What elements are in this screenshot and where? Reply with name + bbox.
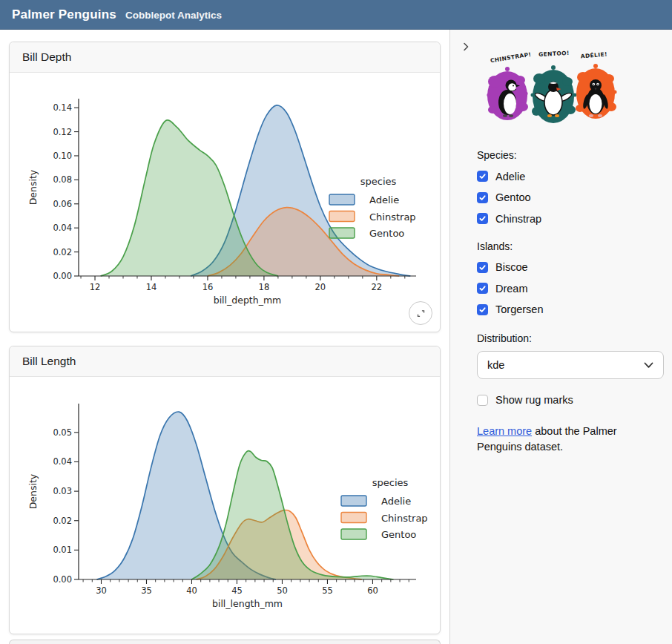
svg-text:16: 16: [202, 282, 214, 292]
islands-option-torgersen[interactable]: Torgersen: [477, 303, 664, 315]
islands-label-torgersen: Torgersen: [495, 303, 543, 315]
svg-text:0.00: 0.00: [53, 271, 72, 281]
svg-text:55: 55: [322, 585, 333, 596]
svg-text:Gentoo: Gentoo: [369, 228, 404, 239]
check-icon: [478, 172, 487, 180]
header-bar: Palmer Penguins Cobblepot Analytics: [0, 0, 672, 30]
app-title: Palmer Penguins: [12, 0, 116, 29]
distribution-label: Distribution:: [477, 332, 664, 344]
sidebar-collapse-button[interactable]: [458, 39, 473, 56]
svg-text:0.05: 0.05: [53, 427, 72, 438]
species-checkbox-chinstrap[interactable]: [477, 213, 488, 224]
islands-label-biscoe: Biscoe: [495, 261, 528, 273]
svg-text:species: species: [360, 176, 397, 187]
svg-text:Adelie: Adelie: [381, 496, 411, 507]
rug-checkbox-label: Show rug marks: [495, 394, 573, 406]
card-bill-depth-header: Bill Depth: [10, 42, 440, 73]
svg-text:Chinstrap: Chinstrap: [381, 513, 428, 524]
svg-text:22: 22: [372, 282, 383, 292]
svg-text:0.10: 0.10: [53, 151, 72, 161]
species-checkbox-adelie[interactable]: [477, 171, 488, 182]
card-bill-length: Bill Length 303540455055600.000.010.020.…: [9, 346, 441, 634]
penguins-artwork-image: CHINSTRAP! GENTOO! ADÉLIE!: [483, 49, 619, 126]
svg-text:0.12: 0.12: [53, 127, 72, 137]
svg-text:0.02: 0.02: [53, 516, 72, 526]
learn-more-link[interactable]: Learn more: [477, 425, 532, 437]
islands-checkbox-dream[interactable]: [477, 283, 488, 294]
species-option-chinstrap[interactable]: Chinstrap: [477, 213, 664, 225]
chevron-right-icon: [460, 41, 472, 53]
svg-text:35: 35: [141, 585, 152, 596]
partial-card-edge: [9, 640, 441, 644]
islands-checkbox-torgersen[interactable]: [477, 304, 488, 315]
islands-option-dream[interactable]: Dream: [477, 283, 664, 295]
islands-option-biscoe[interactable]: Biscoe: [477, 261, 664, 273]
expand-icon: [415, 308, 426, 319]
card-bill-depth-body: 1214161820220.000.020.040.060.080.100.12…: [10, 73, 440, 333]
svg-text:40: 40: [186, 585, 197, 596]
svg-text:Gentoo: Gentoo: [381, 529, 416, 540]
check-icon: [478, 284, 487, 292]
svg-text:bill_depth_mm: bill_depth_mm: [214, 295, 282, 306]
card-bill-length-title: Bill Length: [22, 355, 76, 368]
species-label-adelie: Adelie: [495, 171, 525, 183]
svg-text:0.00: 0.00: [53, 574, 72, 585]
bill-depth-kde-chart: 1214161820220.000.020.040.060.080.100.12…: [10, 73, 440, 333]
svg-text:30: 30: [96, 585, 107, 596]
svg-text:0.04: 0.04: [53, 223, 72, 233]
svg-text:0.01: 0.01: [53, 545, 72, 555]
svg-text:18: 18: [259, 282, 270, 292]
svg-text:0.06: 0.06: [53, 199, 72, 209]
rug-checkbox[interactable]: [477, 395, 488, 406]
species-option-gentoo[interactable]: Gentoo: [477, 191, 664, 203]
islands-checkbox-biscoe[interactable]: [477, 262, 488, 273]
card-bill-length-header: Bill Length: [10, 346, 440, 377]
svg-text:bill_length_mm: bill_length_mm: [212, 598, 283, 609]
svg-text:50: 50: [277, 585, 288, 596]
species-option-adelie[interactable]: Adelie: [477, 171, 664, 183]
artwork-label-gentoo: GENTOO!: [538, 50, 570, 58]
svg-text:0.14: 0.14: [53, 102, 72, 113]
check-icon: [478, 214, 487, 223]
islands-checkbox-group: BiscoeDreamTorgersen: [477, 261, 664, 315]
species-group-label: Species:: [477, 149, 664, 161]
artwork-label-chinstrap: CHINSTRAP!: [490, 51, 532, 65]
svg-text:Density: Density: [27, 473, 39, 509]
svg-text:14: 14: [146, 282, 157, 292]
card-bill-depth-title: Bill Depth: [22, 50, 71, 64]
species-label-chinstrap: Chinstrap: [495, 213, 541, 225]
card-bill-depth: Bill Depth 1214161820220.000.020.040.060…: [9, 42, 441, 332]
card-bill-length-body: 303540455055600.000.010.020.030.040.05bi…: [10, 377, 440, 635]
bill-length-kde-chart: 303540455055600.000.010.020.030.040.05bi…: [10, 377, 440, 635]
svg-text:45: 45: [231, 585, 243, 596]
svg-text:0.08: 0.08: [53, 174, 72, 185]
penguins-artwork: CHINSTRAP! GENTOO! ADÉLIE!: [483, 49, 619, 126]
svg-text:60: 60: [367, 585, 378, 596]
check-icon: [478, 194, 487, 202]
islands-group-label: Islands:: [477, 240, 664, 252]
species-checkbox-gentoo[interactable]: [477, 192, 488, 203]
svg-text:0.04: 0.04: [53, 456, 72, 467]
svg-text:12: 12: [90, 282, 101, 292]
svg-text:0.02: 0.02: [53, 247, 72, 257]
expand-chart-button[interactable]: [409, 301, 432, 325]
svg-text:Adelie: Adelie: [369, 194, 399, 206]
check-icon: [478, 263, 487, 272]
layout: Bill Depth 1214161820220.000.020.040.060…: [0, 30, 672, 644]
dataset-note: Learn more about the Palmer Penguins dat…: [477, 424, 664, 455]
svg-text:20: 20: [315, 282, 326, 292]
main-content: Bill Depth 1214161820220.000.020.040.060…: [0, 30, 449, 644]
svg-text:Density: Density: [27, 169, 39, 205]
distribution-select[interactable]: kde: [477, 351, 664, 379]
species-label-gentoo: Gentoo: [495, 191, 531, 203]
sidebar: CHINSTRAP! GENTOO! ADÉLIE!: [449, 30, 672, 644]
app-root: Palmer Penguins Cobblepot Analytics Bill…: [0, 0, 672, 644]
rug-checkbox-row[interactable]: Show rug marks: [477, 394, 664, 406]
species-checkbox-group: AdelieGentooChinstrap: [477, 171, 664, 225]
chevron-down-icon: [644, 362, 653, 369]
check-icon: [478, 306, 487, 314]
svg-text:Chinstrap: Chinstrap: [369, 211, 416, 223]
svg-text:0.03: 0.03: [53, 486, 72, 496]
islands-label-dream: Dream: [495, 283, 528, 295]
distribution-selected-value: kde: [487, 359, 504, 371]
